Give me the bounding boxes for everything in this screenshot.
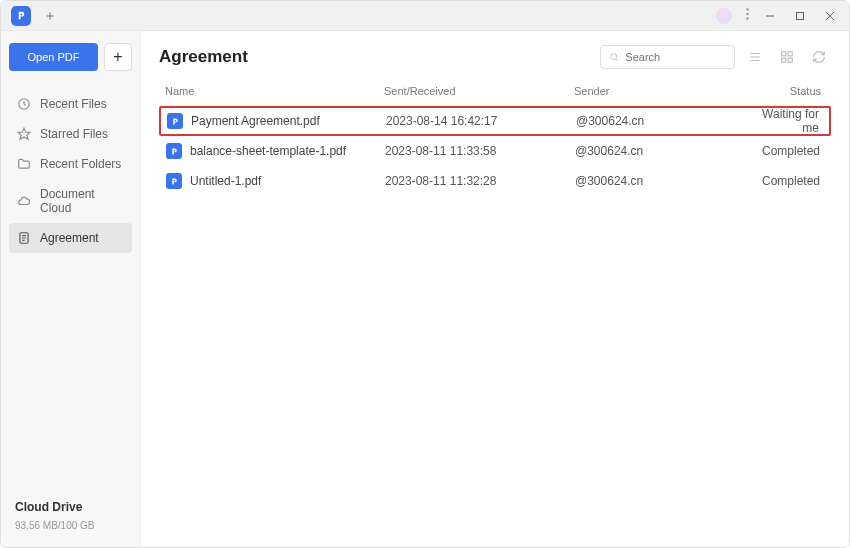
cloud-drive-label: Cloud Drive xyxy=(15,500,126,514)
svg-point-2 xyxy=(746,8,748,10)
titlebar xyxy=(1,1,849,31)
sidebar-item-starred-files[interactable]: Starred Files xyxy=(9,119,132,149)
svg-rect-20 xyxy=(782,52,786,56)
file-date: 2023-08-11 11:32:28 xyxy=(385,174,575,188)
file-status: Completed xyxy=(750,144,830,158)
clock-icon xyxy=(17,97,31,111)
search-icon xyxy=(609,51,619,63)
sidebar-item-recent-files[interactable]: Recent Files xyxy=(9,89,132,119)
content-area: Agreement Name Sent/Received Sender Stat… xyxy=(141,31,849,547)
file-name: balance-sheet-template-1.pdf xyxy=(190,144,346,158)
table-row[interactable]: balance-sheet-template-1.pdf2023-08-11 1… xyxy=(159,136,831,166)
folder-icon xyxy=(17,157,31,171)
account-badge-icon[interactable] xyxy=(716,8,732,24)
sidebar: Open PDF + Recent FilesStarred FilesRece… xyxy=(1,31,141,547)
sidebar-item-label: Agreement xyxy=(40,231,99,245)
close-button[interactable] xyxy=(815,4,845,28)
file-name: Untitled-1.pdf xyxy=(190,174,261,188)
table-row[interactable]: Untitled-1.pdf2023-08-11 11:32:28@300624… xyxy=(159,166,831,196)
svg-rect-23 xyxy=(788,58,792,62)
cloud-usage-text: 93.56 MB/100 GB xyxy=(15,520,126,531)
file-sender: @300624.cn xyxy=(575,144,750,158)
search-input[interactable] xyxy=(625,51,726,63)
sidebar-item-document-cloud[interactable]: Document Cloud xyxy=(9,179,132,223)
sidebar-item-agreement[interactable]: Agreement xyxy=(9,223,132,253)
grid-view-button[interactable] xyxy=(775,45,799,69)
svg-line-16 xyxy=(616,59,618,61)
maximize-button[interactable] xyxy=(785,4,815,28)
svg-point-4 xyxy=(746,17,748,19)
page-title: Agreement xyxy=(159,47,248,67)
app-logo-icon xyxy=(11,6,31,26)
table-row[interactable]: Payment Agreement.pdf2023-08-14 16:42:17… xyxy=(159,106,831,136)
file-sender: @300624.cn xyxy=(576,114,751,128)
svg-point-15 xyxy=(611,54,617,60)
col-status: Status xyxy=(749,85,831,97)
sidebar-item-label: Recent Folders xyxy=(40,157,121,171)
pdf-file-icon xyxy=(166,143,182,159)
doc-icon xyxy=(17,231,31,245)
file-date: 2023-08-14 16:42:17 xyxy=(386,114,576,128)
star-icon xyxy=(17,127,31,141)
minimize-button[interactable] xyxy=(755,4,785,28)
more-menu-button[interactable] xyxy=(740,4,755,27)
sidebar-item-label: Starred Files xyxy=(40,127,108,141)
pdf-file-icon xyxy=(167,113,183,129)
file-status: Completed xyxy=(750,174,830,188)
sidebar-item-recent-folders[interactable]: Recent Folders xyxy=(9,149,132,179)
cloud-icon xyxy=(17,194,31,208)
file-date: 2023-08-11 11:33:58 xyxy=(385,144,575,158)
svg-point-3 xyxy=(746,13,748,15)
nav-list: Recent FilesStarred FilesRecent FoldersD… xyxy=(9,89,132,253)
file-table: Name Sent/Received Sender Status Payment… xyxy=(159,79,831,547)
col-date: Sent/Received xyxy=(384,85,574,97)
sidebar-item-label: Document Cloud xyxy=(40,187,124,215)
file-name: Payment Agreement.pdf xyxy=(191,114,320,128)
col-name: Name xyxy=(159,85,384,97)
new-tab-button[interactable] xyxy=(39,5,61,27)
search-box[interactable] xyxy=(600,45,735,69)
svg-marker-10 xyxy=(18,128,30,139)
file-status: Waiting for me xyxy=(751,107,829,135)
svg-rect-21 xyxy=(788,52,792,56)
table-header: Name Sent/Received Sender Status xyxy=(159,79,831,106)
open-pdf-button[interactable]: Open PDF xyxy=(9,43,98,71)
list-view-button[interactable] xyxy=(743,45,767,69)
sidebar-item-label: Recent Files xyxy=(40,97,107,111)
svg-rect-22 xyxy=(782,58,786,62)
file-sender: @300624.cn xyxy=(575,174,750,188)
add-button[interactable]: + xyxy=(104,43,132,71)
col-sender: Sender xyxy=(574,85,749,97)
refresh-button[interactable] xyxy=(807,45,831,69)
pdf-file-icon xyxy=(166,173,182,189)
svg-rect-6 xyxy=(797,12,804,19)
